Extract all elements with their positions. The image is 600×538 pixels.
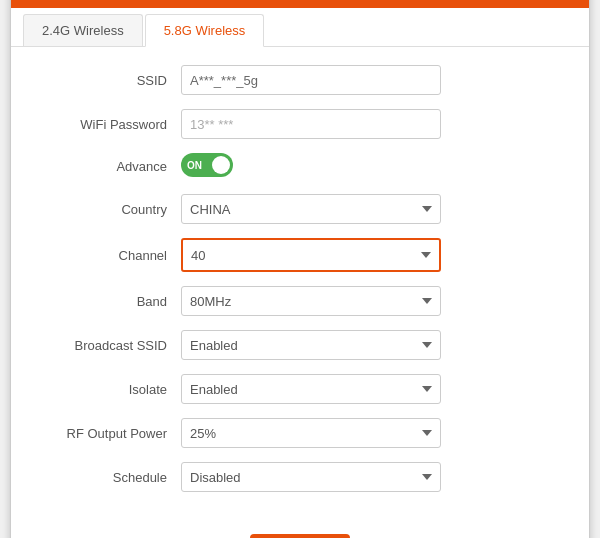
ssid-row: SSID <box>41 65 559 95</box>
broadcast-ssid-label: Broadcast SSID <box>41 338 181 353</box>
band-label: Band <box>41 294 181 309</box>
country-label: Country <box>41 202 181 217</box>
toggle-on-label: ON <box>187 160 202 171</box>
schedule-select[interactable]: Disabled <box>181 462 441 492</box>
wifi-password-label: WiFi Password <box>41 117 181 132</box>
advance-label: Advance <box>41 159 181 174</box>
tab-2g-wireless[interactable]: 2.4G Wireless <box>23 14 143 46</box>
apply-button[interactable]: Apply <box>250 534 349 538</box>
isolate-row: Isolate Enabled <box>41 374 559 404</box>
band-row: Band 80MHz <box>41 286 559 316</box>
channel-highlight: 40 <box>181 238 441 272</box>
isolate-label: Isolate <box>41 382 181 397</box>
ssid-field-container <box>181 65 441 95</box>
advance-toggle-container: ON <box>181 153 441 180</box>
channel-select-container: 40 <box>181 238 441 272</box>
isolate-select[interactable]: Enabled <box>181 374 441 404</box>
country-select[interactable]: CHINA <box>181 194 441 224</box>
header: COMFAST <box>11 0 589 8</box>
country-select-container: CHINA <box>181 194 441 224</box>
ssid-input[interactable] <box>181 65 441 95</box>
wifi-password-input[interactable] <box>181 109 441 139</box>
country-row: Country CHINA <box>41 194 559 224</box>
schedule-select-container: Disabled <box>181 462 441 492</box>
form-content: SSID WiFi Password Advance ON <box>11 47 589 526</box>
broadcast-ssid-select-container: Enabled <box>181 330 441 360</box>
band-select[interactable]: 80MHz <box>181 286 441 316</box>
wifi-password-field-container <box>181 109 441 139</box>
channel-label: Channel <box>41 248 181 263</box>
rf-output-power-select[interactable]: 25% <box>181 418 441 448</box>
tabs-bar: 2.4G Wireless 5.8G Wireless <box>11 8 589 47</box>
footer: Apply <box>11 526 589 538</box>
isolate-select-container: Enabled <box>181 374 441 404</box>
broadcast-ssid-select[interactable]: Enabled <box>181 330 441 360</box>
wifi-password-row: WiFi Password <box>41 109 559 139</box>
rf-output-power-row: RF Output Power 25% <box>41 418 559 448</box>
schedule-row: Schedule Disabled <box>41 462 559 492</box>
advance-row: Advance ON <box>41 153 559 180</box>
channel-row: Channel 40 <box>41 238 559 272</box>
schedule-label: Schedule <box>41 470 181 485</box>
band-select-container: 80MHz <box>181 286 441 316</box>
rf-output-power-label: RF Output Power <box>41 426 181 441</box>
broadcast-ssid-row: Broadcast SSID Enabled <box>41 330 559 360</box>
tab-5g-wireless[interactable]: 5.8G Wireless <box>145 14 265 47</box>
advance-toggle[interactable]: ON <box>181 153 233 177</box>
rf-output-power-select-container: 25% <box>181 418 441 448</box>
main-window: COMFAST 2.4G Wireless 5.8G Wireless SSID… <box>10 0 590 538</box>
ssid-label: SSID <box>41 73 181 88</box>
channel-select[interactable]: 40 <box>183 240 439 270</box>
